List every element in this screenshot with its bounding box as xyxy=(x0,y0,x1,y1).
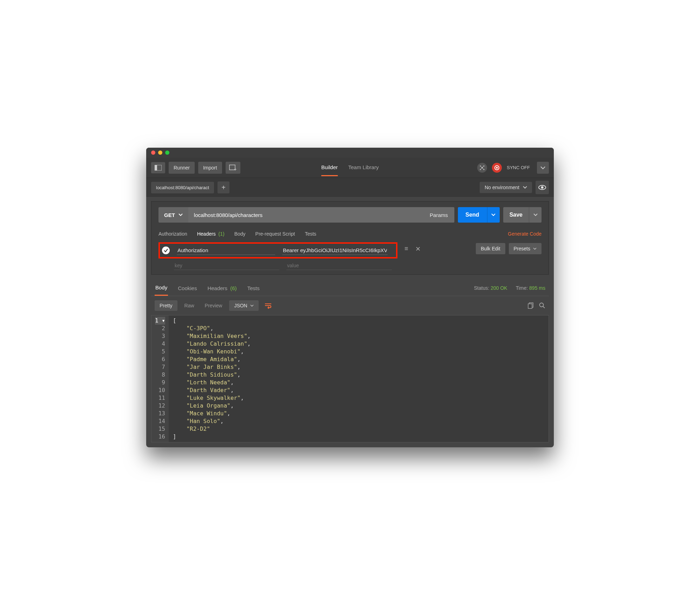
generate-code-link[interactable]: Generate Code xyxy=(508,231,542,237)
tab-body[interactable]: Body xyxy=(234,229,246,239)
svg-line-11 xyxy=(480,168,482,169)
line-number: 12 xyxy=(155,402,165,410)
delete-row-button[interactable]: ✕ xyxy=(415,245,421,253)
response-tab-body[interactable]: Body xyxy=(155,280,168,296)
response-tab-headers-label: Headers xyxy=(207,285,227,291)
titlebar xyxy=(146,148,554,158)
toggle-sidebar-button[interactable] xyxy=(151,162,165,173)
sync-status-label: SYNC OFF xyxy=(507,165,530,170)
svg-text:+: + xyxy=(234,167,237,171)
line-number: 13 xyxy=(155,410,165,417)
close-window-button[interactable] xyxy=(151,151,155,155)
tab-tests[interactable]: Tests xyxy=(305,229,316,239)
new-window-button[interactable]: + xyxy=(226,162,240,174)
chevron-down-icon xyxy=(491,213,495,216)
response-tab-headers-count: (6) xyxy=(230,285,236,291)
check-icon xyxy=(163,248,168,253)
response-tab-headers[interactable]: Headers (6) xyxy=(207,281,237,295)
status-value: 200 OK xyxy=(491,285,507,291)
code-line: "Luke Skywalker", xyxy=(173,394,544,402)
sync-icon xyxy=(494,165,500,171)
line-gutter: 1 ▾2345678910111213141516 xyxy=(151,315,169,442)
import-button[interactable]: Import xyxy=(198,162,222,174)
send-options-button[interactable] xyxy=(487,207,500,223)
tab-headers-label: Headers xyxy=(197,231,216,237)
svg-point-19 xyxy=(540,303,544,307)
request-builder: GET Params Send Save Authorization He xyxy=(151,201,549,275)
new-header-row xyxy=(158,261,542,270)
interceptor-button[interactable] xyxy=(477,163,487,173)
runner-button[interactable]: Runner xyxy=(169,162,195,174)
line-wrap-button[interactable] xyxy=(264,302,272,309)
view-preview-button[interactable]: Preview xyxy=(201,300,226,311)
view-raw-button[interactable]: Raw xyxy=(181,300,198,311)
line-number: 2 xyxy=(155,325,165,332)
url-input[interactable] xyxy=(188,207,423,223)
drag-handle-icon[interactable]: ≡ xyxy=(404,245,408,253)
format-label: JSON xyxy=(234,303,247,308)
code-line: "Mace Windu", xyxy=(173,410,544,417)
tab-headers[interactable]: Headers (1) xyxy=(197,229,225,239)
wrap-icon xyxy=(264,302,272,309)
minimize-window-button[interactable] xyxy=(158,151,162,155)
copy-icon xyxy=(528,302,534,309)
environment-quicklook-button[interactable] xyxy=(536,181,549,194)
headers-editor: ≡ ✕ Bulk Edit Presets xyxy=(158,242,542,270)
new-header-key-input[interactable] xyxy=(174,261,279,270)
request-section-tabs: Authorization Headers (1) Body Pre-reque… xyxy=(158,229,542,239)
tab-authorization[interactable]: Authorization xyxy=(158,229,187,239)
tab-prerequest[interactable]: Pre-request Script xyxy=(255,229,295,239)
code-line: "Lando Calrissian", xyxy=(173,340,544,348)
svg-line-9 xyxy=(480,166,482,168)
new-tab-button[interactable]: + xyxy=(218,181,229,193)
request-tab[interactable]: localhost:8080/api/charact xyxy=(151,182,214,193)
maximize-window-button[interactable] xyxy=(165,151,169,155)
eye-icon xyxy=(538,185,546,190)
save-options-button[interactable] xyxy=(529,207,542,223)
team-library-tab[interactable]: Team Library xyxy=(348,159,379,176)
code-line: "Jar Jar Binks", xyxy=(173,363,544,371)
line-number: 1 ▾ xyxy=(155,317,165,325)
environment-selector[interactable]: No environment xyxy=(480,182,532,193)
new-header-value-input[interactable] xyxy=(286,261,392,270)
chevron-down-icon xyxy=(523,186,527,189)
view-pretty-button[interactable]: Pretty xyxy=(155,300,177,311)
http-method-select[interactable]: GET xyxy=(158,207,188,223)
presets-button[interactable]: Presets xyxy=(509,243,542,254)
line-number: 6 xyxy=(155,356,165,363)
code-line: "Lorth Needa", xyxy=(173,379,544,386)
response-tab-cookies[interactable]: Cookies xyxy=(177,281,197,295)
presets-label: Presets xyxy=(514,246,530,251)
time-value: 895 ms xyxy=(529,285,545,291)
format-select[interactable]: JSON xyxy=(229,300,258,311)
params-button[interactable]: Params xyxy=(423,207,454,223)
account-menu-button[interactable] xyxy=(537,162,549,174)
response-body-editor[interactable]: 1 ▾2345678910111213141516 [ "C-3PO", "Ma… xyxy=(151,315,549,442)
response-area: Body Cookies Headers (6) Tests Status: 2… xyxy=(146,280,554,447)
chevron-down-icon xyxy=(533,248,537,250)
header-value-input[interactable] xyxy=(282,246,388,255)
svg-line-12 xyxy=(482,168,484,169)
row-enabled-toggle[interactable] xyxy=(162,247,170,254)
send-button[interactable]: Send xyxy=(458,207,487,223)
save-button[interactable]: Save xyxy=(503,207,529,223)
svg-line-20 xyxy=(543,306,545,308)
response-tabs: Body Cookies Headers (6) Tests Status: 2… xyxy=(151,280,549,296)
url-row: GET Params Send Save xyxy=(158,207,542,223)
headers-actions: Bulk Edit Presets xyxy=(476,243,542,254)
response-tab-tests[interactable]: Tests xyxy=(247,281,260,295)
code-line: ] xyxy=(173,433,544,441)
svg-point-16 xyxy=(541,186,544,189)
sync-button[interactable] xyxy=(492,163,502,173)
code-line: "C-3PO", xyxy=(173,325,544,332)
header-key-input[interactable] xyxy=(177,246,275,255)
code-line: "Darth Sidious", xyxy=(173,371,544,379)
main-toolbar: Runner Import + Builder Team Library SYN… xyxy=(146,158,554,178)
search-response-button[interactable] xyxy=(539,302,545,309)
bulk-edit-button[interactable]: Bulk Edit xyxy=(476,243,505,254)
line-number: 11 xyxy=(155,394,165,402)
header-row-highlighted xyxy=(158,242,397,258)
builder-tab[interactable]: Builder xyxy=(321,159,338,176)
copy-response-button[interactable] xyxy=(528,302,534,309)
line-number: 7 xyxy=(155,363,165,371)
